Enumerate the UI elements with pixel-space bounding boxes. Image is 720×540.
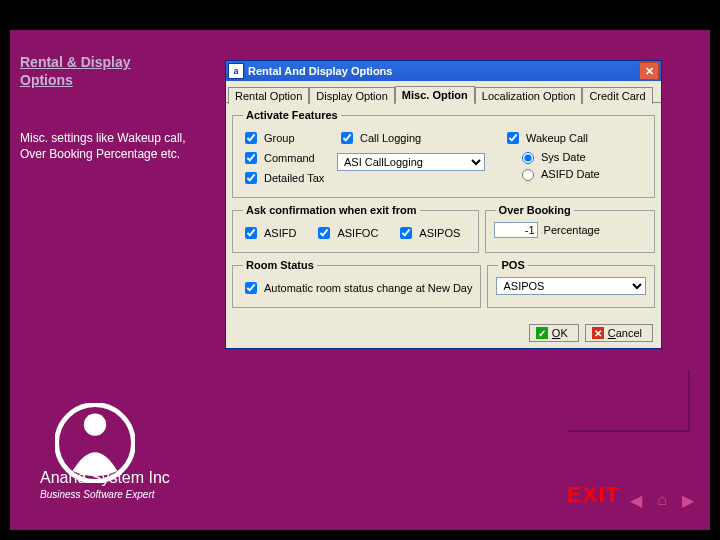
group-overbooking: Over Booking Percentage xyxy=(485,204,655,253)
input-overbooking[interactable] xyxy=(494,222,538,238)
legend-pos: POS xyxy=(498,259,527,271)
tab-localization[interactable]: Localization Option xyxy=(475,87,583,104)
options-dialog: a Rental And Display Options ✕ Rental Op… xyxy=(225,60,662,349)
group-confirm-exit: Ask confirmation when exit from ASIFD AS… xyxy=(232,204,479,253)
tab-display[interactable]: Display Option xyxy=(309,87,395,104)
slide-description: Misc. settings like Wakeup call, Over Bo… xyxy=(20,130,190,162)
check-icon: ✓ xyxy=(536,327,548,339)
group-pos: POS ASIPOS xyxy=(487,259,655,308)
checkbox-auto-room-status[interactable]: Automatic room status change at New Day xyxy=(241,279,472,297)
company-name: Anand System Inc xyxy=(40,469,170,487)
group-room-status: Room Status Automatic room status change… xyxy=(232,259,481,308)
slide-title: Rental & Display Options xyxy=(20,53,180,89)
checkbox-asifd[interactable]: ASIFD xyxy=(241,224,296,242)
cancel-icon: ✕ xyxy=(592,327,604,339)
exit-button[interactable]: EXIT xyxy=(567,482,620,508)
next-icon[interactable]: ▶ xyxy=(678,490,698,510)
close-icon[interactable]: ✕ xyxy=(639,62,659,80)
title-link[interactable]: Rental & Display Options xyxy=(20,54,130,88)
select-call-logging[interactable]: ASI CallLogging xyxy=(337,153,485,171)
legend-room-status: Room Status xyxy=(243,259,317,271)
ok-button[interactable]: ✓ OK xyxy=(529,324,579,342)
radio-sys-date[interactable]: Sys Date xyxy=(517,149,646,164)
prev-icon[interactable]: ◀ xyxy=(626,490,646,510)
cancel-button[interactable]: ✕ Cancel xyxy=(585,324,653,342)
dialog-titlebar[interactable]: a Rental And Display Options ✕ xyxy=(226,61,661,81)
company-block: Anand System Inc Business Software Exper… xyxy=(40,469,170,500)
tab-strip: Rental Option Display Option Misc. Optio… xyxy=(226,81,661,103)
tab-credit[interactable]: Credit Card xyxy=(582,87,652,104)
checkbox-asifoc[interactable]: ASIFOC xyxy=(314,224,378,242)
company-tagline: Business Software Expert xyxy=(40,489,170,500)
dialog-title: Rental And Display Options xyxy=(248,65,392,77)
checkbox-wakeup[interactable]: Wakeup Call xyxy=(503,129,646,147)
checkbox-group[interactable]: Group xyxy=(241,129,331,147)
decorative-box xyxy=(568,370,690,432)
home-icon[interactable]: ⌂ xyxy=(652,490,672,510)
legend-confirm: Ask confirmation when exit from xyxy=(243,204,420,216)
app-icon: a xyxy=(228,63,244,79)
tab-misc[interactable]: Misc. Option xyxy=(395,86,475,104)
group-activate-features: Activate Features Group Command Detailed… xyxy=(232,109,655,198)
svg-point-1 xyxy=(84,413,106,435)
legend-overbooking: Over Booking xyxy=(496,204,574,216)
legend-activate: Activate Features xyxy=(243,109,341,121)
select-pos[interactable]: ASIPOS xyxy=(496,277,646,295)
checkbox-detailed-tax[interactable]: Detailed Tax xyxy=(241,169,331,187)
tab-rental[interactable]: Rental Option xyxy=(228,87,309,104)
checkbox-call-logging[interactable]: Call Logging xyxy=(337,129,497,147)
checkbox-asipos[interactable]: ASIPOS xyxy=(396,224,460,242)
checkbox-command[interactable]: Command xyxy=(241,149,331,167)
radio-asifd-date[interactable]: ASIFD Date xyxy=(517,166,646,181)
nav-controls: ◀ ⌂ ▶ xyxy=(626,490,698,510)
label-percentage: Percentage xyxy=(544,224,600,236)
